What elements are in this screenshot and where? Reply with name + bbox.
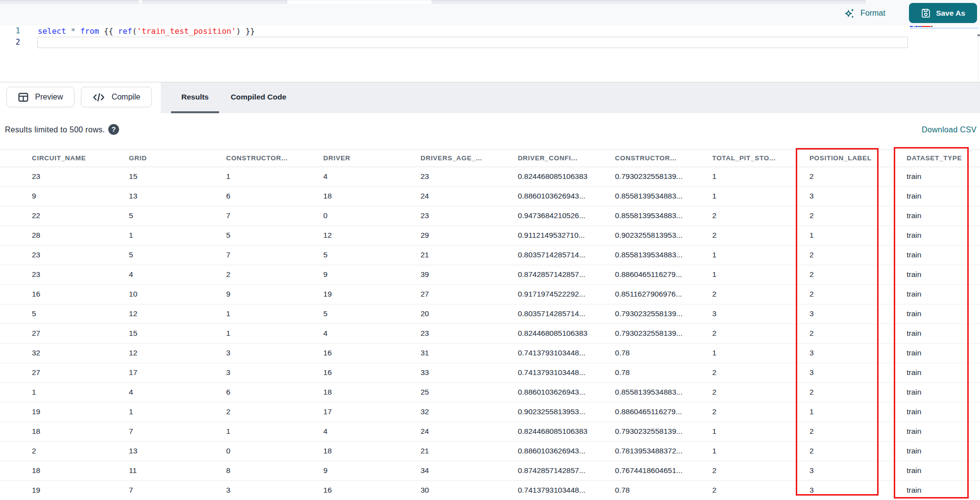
table-cell: 9 bbox=[0, 186, 121, 206]
code-token: }} bbox=[245, 26, 255, 36]
table-cell: train bbox=[899, 363, 980, 382]
table-cell: 1 bbox=[218, 422, 315, 441]
table-cell: 12 bbox=[316, 225, 413, 245]
table-icon bbox=[18, 93, 28, 102]
current-line-highlight bbox=[37, 37, 908, 48]
table-cell: 29 bbox=[413, 225, 510, 245]
table-cell: 0.7413793103448... bbox=[510, 480, 607, 500]
code-token: ( bbox=[132, 26, 137, 36]
table-cell: 9 bbox=[218, 284, 315, 304]
table-cell: 23 bbox=[413, 324, 510, 343]
table-cell: 3 bbox=[218, 480, 315, 500]
table-cell: 2 bbox=[802, 422, 899, 441]
code-token bbox=[75, 26, 80, 36]
table-row: 271514230.8244680851063830.7930232558139… bbox=[0, 324, 980, 343]
table-cell: 2 bbox=[218, 402, 315, 422]
table-cell: 18 bbox=[316, 441, 413, 461]
table-cell: train bbox=[899, 186, 980, 206]
table-cell: 3 bbox=[802, 343, 899, 363]
table-cell: 5 bbox=[121, 206, 218, 225]
table-row: 913618240.8860103626943...0.855813953488… bbox=[0, 186, 980, 206]
table-cell: 32 bbox=[413, 402, 510, 422]
help-icon[interactable]: ? bbox=[108, 124, 119, 135]
table-cell: 15 bbox=[121, 324, 218, 343]
column-header: DRIVER_CONFI... bbox=[510, 150, 607, 167]
tab-compiled-code[interactable]: Compiled Code bbox=[225, 82, 292, 113]
code-token: {{ bbox=[104, 26, 118, 36]
compile-button[interactable]: Compile bbox=[81, 87, 152, 107]
table-cell: train bbox=[899, 245, 980, 265]
file-tab-3[interactable] bbox=[432, 0, 866, 4]
table-cell: 2 bbox=[704, 461, 801, 480]
table-cell: 7 bbox=[121, 480, 218, 500]
table-cell: 11 bbox=[121, 461, 218, 480]
column-header: GRID bbox=[121, 150, 218, 167]
format-button[interactable]: Format bbox=[844, 5, 885, 22]
table-cell: 1 bbox=[704, 245, 801, 265]
table-cell: 3 bbox=[802, 304, 899, 324]
download-csv-link[interactable]: Download CSV bbox=[922, 125, 977, 135]
table-cell: 4 bbox=[316, 324, 413, 343]
table-cell: 0.8742857142857... bbox=[510, 461, 607, 480]
table-cell: 1 bbox=[704, 186, 801, 206]
table-cell: 19 bbox=[0, 480, 121, 500]
table-cell: 3 bbox=[802, 480, 899, 500]
preview-button[interactable]: Preview bbox=[6, 87, 74, 107]
table-row: 197316300.7413793103448...0.7823train bbox=[0, 480, 980, 500]
table-row: 3212316310.7413793103448...0.7813train bbox=[0, 343, 980, 363]
table-cell: 17 bbox=[316, 402, 413, 422]
table-cell: 9 bbox=[316, 265, 413, 284]
table-cell: 7 bbox=[218, 245, 315, 265]
tab-results[interactable]: Results bbox=[171, 82, 219, 113]
table-cell: 0.78 bbox=[607, 363, 704, 382]
code-token: ) bbox=[236, 26, 241, 36]
editor-toolbar: Format Save As bbox=[0, 0, 980, 25]
file-tab-2[interactable] bbox=[142, 0, 287, 4]
table-cell: 16 bbox=[316, 343, 413, 363]
table-row: 1610919270.9171974522292...0.85116279069… bbox=[0, 284, 980, 304]
file-tab-1[interactable] bbox=[0, 0, 139, 4]
table-cell: 32 bbox=[0, 343, 121, 363]
table-row: 18714240.8244680851063830.7930232558139.… bbox=[0, 422, 980, 441]
code-editor[interactable]: 1 2 select * from {{ ref('train_test_pos… bbox=[0, 25, 980, 82]
editor-minimap[interactable] bbox=[910, 25, 979, 55]
table-cell: train bbox=[899, 265, 980, 284]
table-cell: 0.7413793103448... bbox=[510, 363, 607, 382]
table-cell: 2 bbox=[0, 441, 121, 461]
table-cell: 3 bbox=[704, 304, 801, 324]
table-cell: 16 bbox=[316, 480, 413, 500]
table-row: 213018210.8860103626943...0.781395348837… bbox=[0, 441, 980, 461]
table-row: 191217320.9023255813953...0.886046511627… bbox=[0, 402, 980, 422]
table-cell: 39 bbox=[413, 265, 510, 284]
sparkles-icon bbox=[844, 7, 856, 20]
table-cell: 0.8860465116279... bbox=[607, 265, 704, 284]
table-cell: train bbox=[899, 402, 980, 422]
dbt-ide-screen: Format Save As 1 2 select * from {{ ref(… bbox=[0, 0, 980, 500]
save-as-button-label: Save As bbox=[936, 9, 965, 18]
table-cell: 27 bbox=[0, 363, 121, 382]
column-header: DATASET_TYPE bbox=[899, 150, 980, 167]
table-cell: 23 bbox=[0, 265, 121, 284]
save-as-button[interactable]: Save As bbox=[909, 3, 977, 23]
table-cell: 33 bbox=[413, 363, 510, 382]
table-cell: 0.824468085106383 bbox=[510, 324, 607, 343]
table-cell: 17 bbox=[121, 363, 218, 382]
table-cell: 28 bbox=[0, 225, 121, 245]
table-cell: 5 bbox=[121, 245, 218, 265]
column-header: DRIVERS_AGE_... bbox=[413, 150, 510, 167]
file-tab-active[interactable] bbox=[287, 0, 432, 4]
table-cell: train bbox=[899, 225, 980, 245]
table-cell: 6 bbox=[218, 382, 315, 402]
compile-button-label: Compile bbox=[112, 93, 141, 101]
table-cell: 4 bbox=[121, 382, 218, 402]
table-cell: 0.8860465116279... bbox=[607, 402, 704, 422]
table-cell: 27 bbox=[0, 324, 121, 343]
tab-compiled-code-label: Compiled Code bbox=[231, 93, 287, 101]
table-cell: 2 bbox=[802, 167, 899, 186]
table-cell: 25 bbox=[413, 382, 510, 402]
table-cell: 0.824468085106383 bbox=[510, 167, 607, 186]
table-header-row: CIRCUIT_NAMEGRIDCONSTRUCTOR...DRIVERDRIV… bbox=[0, 150, 980, 167]
code-token bbox=[66, 26, 71, 36]
table-cell: 0.7674418604651... bbox=[607, 461, 704, 480]
table-cell: 4 bbox=[316, 422, 413, 441]
